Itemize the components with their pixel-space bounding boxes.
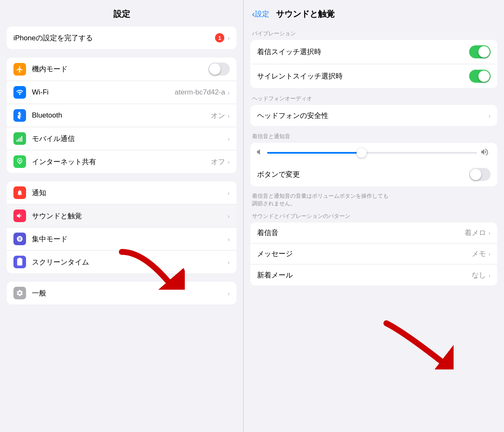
svg-rect-0 [17,140,18,142]
volume-slider-fill [267,152,362,154]
headphone-safety-row[interactable]: ヘッドフォンの安全性 › [250,105,497,126]
wifi-icon [13,86,26,99]
button-change-label: ボタンで変更 [257,170,469,179]
cellular-chevron: › [228,135,230,142]
message-chevron: › [488,250,491,257]
button-change-toggle[interactable] [469,168,491,181]
volume-slider-track[interactable] [267,152,477,154]
cellular-label: モバイル通信 [32,134,228,144]
ring-vibrate-toggle[interactable] [469,45,491,58]
airplane-toggle[interactable] [208,63,230,76]
sounds-patterns-header: サウンドとバイブレーションのパターン [244,212,504,223]
volume-slider-row [250,143,497,162]
focus-row[interactable]: 集中モード › [7,228,236,251]
focus-chevron: › [228,236,230,243]
right-header: ‹ 設定 サウンドと触覚 [244,0,504,26]
wifi-value: aterm-bc7d42-a [175,88,225,97]
general-chevron: › [228,290,230,297]
message-value: メモ [472,249,486,259]
wifi-label: Wi-Fi [32,88,175,97]
screentime-row[interactable]: スクリーンタイム › [7,251,236,273]
setup-label: iPhoneの設定を完了する [13,33,215,43]
volume-footnote: 着信音と通知音の音量はボリュームボタンを操作しても調節されません。 [244,190,504,212]
new-mail-chevron: › [488,272,491,279]
svg-rect-3 [21,136,22,142]
network-group: 機内モード Wi-Fi aterm-bc7d42-a › Bluetooth オ… [7,58,236,173]
cellular-row[interactable]: モバイル通信 › [7,127,236,150]
vibration-header: バイブレーション [244,26,504,40]
ringtone-row[interactable]: 着信音 着メロ › [250,223,497,243]
sounds-patterns-group: 着信音 着メロ › メッセージ メモ › 新着メール なし › [250,223,497,285]
ring-vibrate-label: 着信スイッチ選択時 [257,47,469,57]
sounds-label: サウンドと触覚 [32,211,228,221]
ringtone-volume-header: 着信音と通知音 [244,129,504,143]
bluetooth-value: オン [211,111,225,120]
setup-badge: 1 [215,33,224,42]
message-row[interactable]: メッセージ メモ › [250,243,497,264]
right-arrow-annotation [378,319,454,369]
svg-rect-1 [18,139,19,142]
back-chevron-icon: ‹ [252,9,255,19]
screentime-label: スクリーンタイム [32,257,228,267]
ringtone-label: 着信音 [257,228,465,238]
headphone-safety-chevron: › [488,112,491,119]
notifications-icon [13,186,26,199]
setup-group: iPhoneの設定を完了する 1 › [7,26,236,49]
bluetooth-label: Bluetooth [32,111,211,120]
hotspot-icon [13,155,26,168]
back-button[interactable]: 設定 [255,9,269,19]
screentime-chevron: › [228,259,230,266]
hotspot-value: オフ [211,157,225,167]
notifications-row[interactable]: 通知 › [7,181,236,204]
svg-rect-5 [17,259,22,266]
headphone-header: ヘッドフォンオーディオ [244,92,504,105]
hotspot-row[interactable]: インターネット共有 オフ › [7,150,236,173]
new-mail-value: なし [472,270,486,280]
cellular-icon [13,132,26,145]
ringtone-chevron: › [488,229,491,236]
airplane-icon [13,63,26,76]
silent-vibrate-label: サイレントスイッチ選択時 [257,71,469,81]
message-label: メッセージ [257,249,472,259]
right-panel-title: サウンドと触覚 [276,8,335,20]
left-panel-title: 設定 [0,0,243,26]
silent-vibrate-toggle[interactable] [469,70,491,83]
wifi-row[interactable]: Wi-Fi aterm-bc7d42-a › [7,81,236,104]
volume-low-icon [257,149,263,157]
silent-vibrate-row[interactable]: サイレントスイッチ選択時 [250,64,497,88]
ring-vibrate-row[interactable]: 着信スイッチ選択時 [250,40,497,64]
button-change-row[interactable]: ボタンで変更 [250,162,497,186]
bluetooth-row[interactable]: Bluetooth オン › [7,104,236,127]
hotspot-label: インターネット共有 [32,157,211,167]
general-label: 一般 [32,288,228,298]
system-group: 通知 › サウンドと触覚 › 集中モード › [7,181,236,273]
new-mail-row[interactable]: 新着メール なし › [250,264,497,285]
vibration-group: 着信スイッチ選択時 サイレントスイッチ選択時 [250,40,497,88]
svg-rect-7 [20,262,21,264]
setup-chevron: › [228,34,230,42]
sounds-chevron: › [228,212,230,220]
ringtone-volume-group: ボタンで変更 [250,143,497,186]
sounds-row[interactable]: サウンドと触覚 › [7,204,236,228]
general-row[interactable]: 一般 › [7,282,236,304]
notifications-label: 通知 [32,188,228,198]
bluetooth-icon [13,109,26,122]
general-icon [13,287,26,299]
headphone-safety-label: ヘッドフォンの安全性 [257,111,488,120]
notifications-chevron: › [228,189,230,196]
new-mail-label: 新着メール [257,270,472,280]
general-group: 一般 › [7,282,236,304]
sounds-icon [13,209,26,222]
ringtone-value: 着メロ [465,228,486,238]
bluetooth-chevron: › [228,112,230,119]
focus-label: 集中モード [32,234,228,244]
setup-row[interactable]: iPhoneの設定を完了する 1 › [7,26,236,49]
focus-icon [13,233,26,245]
screentime-icon [13,256,26,268]
volume-high-icon [481,148,491,157]
svg-rect-6 [18,260,19,264]
airplane-row[interactable]: 機内モード [7,58,236,81]
volume-slider-thumb[interactable] [357,148,367,158]
wifi-chevron: › [228,89,230,96]
headphone-group: ヘッドフォンの安全性 › [250,105,497,126]
